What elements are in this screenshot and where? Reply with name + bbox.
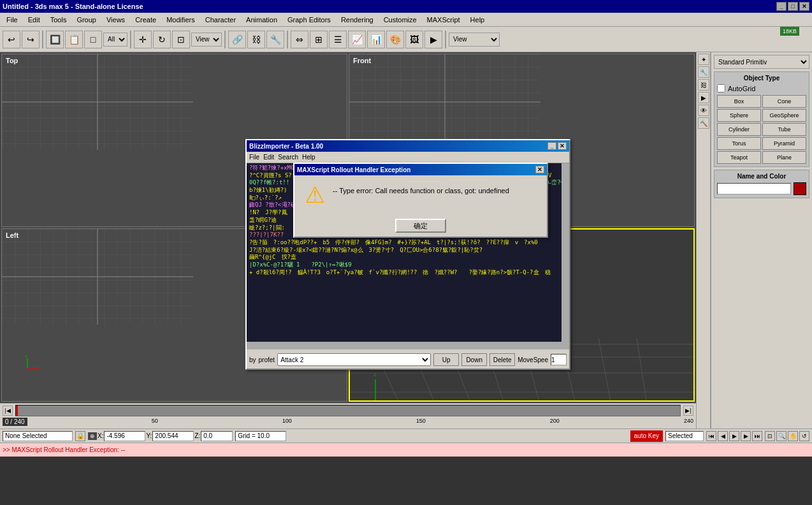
timeline-track[interactable] bbox=[15, 405, 681, 416]
utilities-tab[interactable]: 🔨 bbox=[698, 117, 709, 129]
name-color-title: Name and Color bbox=[717, 173, 806, 180]
ok-button[interactable]: 确定 bbox=[395, 219, 446, 233]
goto-end-button[interactable]: ⏭ bbox=[752, 431, 762, 441]
torus-button[interactable]: Torus bbox=[717, 137, 761, 150]
layer-button[interactable]: ☰ bbox=[329, 31, 347, 48]
object-type-title: Object Type bbox=[717, 75, 806, 82]
material-button[interactable]: 🎨 bbox=[386, 31, 404, 48]
y-value[interactable]: 200.544 bbox=[152, 431, 194, 441]
autogrid-checkbox[interactable] bbox=[717, 84, 725, 92]
select-name-button[interactable]: 📋 bbox=[65, 31, 83, 48]
x-label: X: bbox=[98, 432, 103, 439]
motion-tab[interactable]: ▶ bbox=[698, 92, 709, 103]
timeline-start-btn[interactable]: |◀ bbox=[3, 406, 13, 416]
maxscript-exception-dialog[interactable]: MAXScript Rollout Handler Exception ✕ ⚠ … bbox=[293, 163, 548, 238]
blizz-minimize-button[interactable]: _ bbox=[547, 142, 556, 150]
rotate-button[interactable]: ↻ bbox=[153, 31, 171, 48]
teapot-button[interactable]: Teapot bbox=[717, 151, 761, 164]
menu-modifiers[interactable]: Modifiers bbox=[163, 15, 199, 25]
pyramid-button[interactable]: Pyramid bbox=[762, 137, 806, 150]
lock-button[interactable]: 🔒 bbox=[75, 431, 85, 441]
menu-rendering[interactable]: Rendering bbox=[337, 15, 377, 25]
x-value[interactable]: -4.596 bbox=[104, 431, 145, 441]
menu-graph-editors[interactable]: Graph Editors bbox=[284, 15, 335, 25]
autokey-button[interactable]: auto Key bbox=[630, 430, 663, 442]
zoom-button[interactable]: 🔍 bbox=[776, 431, 787, 441]
hierarchy-tab[interactable]: ⛓ bbox=[698, 79, 709, 91]
blizz-menu-help[interactable]: Help bbox=[302, 154, 315, 161]
cylinder-button[interactable]: Cylinder bbox=[717, 123, 761, 136]
view-select[interactable]: View bbox=[191, 33, 222, 47]
minimize-button[interactable]: _ bbox=[776, 2, 787, 11]
up-button[interactable]: Up bbox=[433, 353, 459, 366]
plane-button[interactable]: Plane bbox=[762, 151, 806, 164]
link-button[interactable]: 🔗 bbox=[228, 31, 246, 48]
sphere-button[interactable]: Sphere bbox=[717, 109, 761, 122]
maxscript-close-button[interactable]: ✕ bbox=[535, 166, 544, 173]
blizz-menu-search[interactable]: Search bbox=[278, 154, 298, 161]
redo-button[interactable]: ↪ bbox=[22, 31, 40, 48]
undo-button[interactable]: ↩ bbox=[3, 31, 20, 48]
maxscript-dialog-title[interactable]: MAXScript Rollout Handler Exception ✕ bbox=[294, 164, 547, 175]
blizz-close-button[interactable]: ✕ bbox=[558, 142, 567, 150]
tube-button[interactable]: Tube bbox=[762, 123, 806, 136]
blizz-menu-edit[interactable]: Edit bbox=[263, 154, 274, 161]
zoom-extents-button[interactable]: ⊡ bbox=[765, 431, 775, 441]
menu-edit[interactable]: Edit bbox=[24, 15, 44, 25]
timeline-end-btn[interactable]: ▶| bbox=[683, 406, 693, 416]
blizz-title-text: BlizzImporter - Beta 1.00 bbox=[249, 143, 323, 150]
select-object-button[interactable]: 🔲 bbox=[46, 31, 64, 48]
maximize-button[interactable]: □ bbox=[788, 2, 798, 11]
menu-help[interactable]: Help bbox=[467, 15, 489, 25]
menu-create[interactable]: Create bbox=[131, 15, 160, 25]
goto-start-button[interactable]: ⏮ bbox=[706, 431, 716, 441]
menu-animation[interactable]: Animation bbox=[242, 15, 281, 25]
menu-file[interactable]: File bbox=[3, 15, 22, 25]
mirror-button[interactable]: ⇔ bbox=[291, 31, 308, 48]
schematic-button[interactable]: 📊 bbox=[367, 31, 385, 48]
box-button[interactable]: Box bbox=[717, 95, 761, 108]
align-button[interactable]: ⊞ bbox=[310, 31, 328, 48]
object-name-input[interactable] bbox=[717, 183, 791, 194]
viewport-top-grid bbox=[2, 54, 193, 150]
modify-tab[interactable]: 🔧 bbox=[698, 66, 709, 78]
menu-tools[interactable]: Tools bbox=[47, 15, 71, 25]
selection-filter-select[interactable]: All bbox=[103, 33, 127, 47]
display-tab[interactable]: 👁 bbox=[698, 105, 709, 116]
unlink-button[interactable]: ⛓ bbox=[247, 31, 265, 48]
blizz-footer: by profet Attack 2 Up Down Delete MoveSp… bbox=[247, 351, 569, 369]
menu-maxscript[interactable]: MAXScript bbox=[423, 15, 464, 25]
menu-character[interactable]: Character bbox=[201, 15, 240, 25]
pan-button[interactable]: ✋ bbox=[788, 431, 798, 441]
arc-rotate-button[interactable]: ↺ bbox=[799, 431, 809, 441]
down-button[interactable]: Down bbox=[461, 353, 487, 366]
render-view-select[interactable]: View bbox=[449, 33, 500, 47]
close-button[interactable]: ✕ bbox=[799, 2, 809, 11]
render-button[interactable]: 🖼 bbox=[405, 31, 423, 48]
animation-select[interactable]: Attack 2 bbox=[277, 353, 431, 366]
cone-button[interactable]: Cone bbox=[762, 95, 806, 108]
play-button[interactable]: ▶ bbox=[729, 431, 739, 441]
render-quick-button[interactable]: ▶ bbox=[424, 31, 442, 48]
bind-button[interactable]: 🔧 bbox=[266, 31, 284, 48]
rect-select-button[interactable]: □ bbox=[84, 31, 102, 48]
z-value[interactable]: 0.0 bbox=[201, 431, 233, 441]
blizz-hscrollbar[interactable] bbox=[247, 342, 569, 349]
create-tab[interactable]: ✦ bbox=[698, 54, 709, 65]
blizz-dialog-title[interactable]: BlizzImporter - Beta 1.00 _ ✕ bbox=[247, 140, 569, 152]
move-button[interactable]: ✛ bbox=[134, 31, 152, 48]
menu-views[interactable]: Views bbox=[103, 15, 129, 25]
blizz-scrollbar[interactable] bbox=[562, 163, 569, 342]
menu-customize[interactable]: Customize bbox=[380, 15, 421, 25]
color-swatch[interactable] bbox=[794, 182, 806, 195]
geosphere-button[interactable]: GeoSphere bbox=[762, 109, 806, 122]
scale-button[interactable]: ⊡ bbox=[172, 31, 190, 48]
primitive-type-select[interactable]: Standard Primitiv bbox=[714, 55, 809, 69]
menu-group[interactable]: Group bbox=[73, 15, 100, 25]
next-frame-button[interactable]: ▶ bbox=[741, 431, 751, 441]
movespeed-input[interactable] bbox=[551, 354, 567, 365]
prev-frame-button[interactable]: ◀ bbox=[718, 431, 728, 441]
delete-button[interactable]: Delete bbox=[489, 353, 515, 366]
curve-editor-button[interactable]: 📈 bbox=[348, 31, 366, 48]
blizz-menu-file[interactable]: File bbox=[249, 154, 259, 161]
